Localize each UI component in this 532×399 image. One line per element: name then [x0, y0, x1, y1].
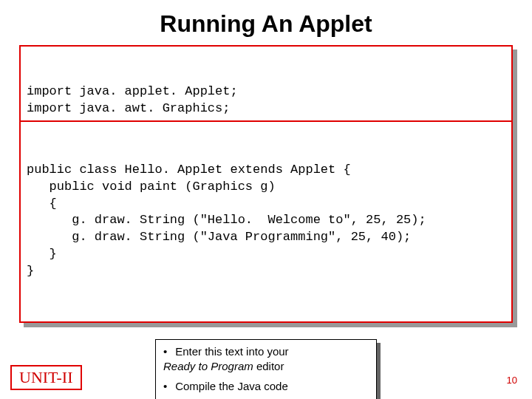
slide-title: Running An Applet	[0, 0, 532, 45]
page-number: 10	[507, 375, 517, 386]
code-body: public class Hello. Applet extends Apple…	[21, 156, 511, 288]
bullet-icon: •	[163, 379, 172, 394]
note-line-1: • Enter this text into your Ready to Pro…	[163, 344, 369, 375]
note-box: • Enter this text into your Ready to Pro…	[155, 339, 377, 399]
note-text-2: Compile the Java code	[175, 380, 288, 392]
code-block: import java. applet. Applet; import java…	[19, 45, 513, 323]
note-line-2: • Compile the Java code	[163, 379, 369, 394]
note-text-1a: Enter this text into your	[175, 345, 288, 358]
note-container: • Enter this text into your Ready to Pro…	[155, 339, 377, 399]
note-text-1b: Ready to Program	[163, 360, 253, 372]
note-text-1c: editor	[253, 360, 284, 372]
code-block-container: import java. applet. Applet; import java…	[19, 45, 513, 323]
code-imports: import java. applet. Applet; import java…	[21, 81, 511, 122]
bullet-icon: •	[163, 344, 172, 359]
